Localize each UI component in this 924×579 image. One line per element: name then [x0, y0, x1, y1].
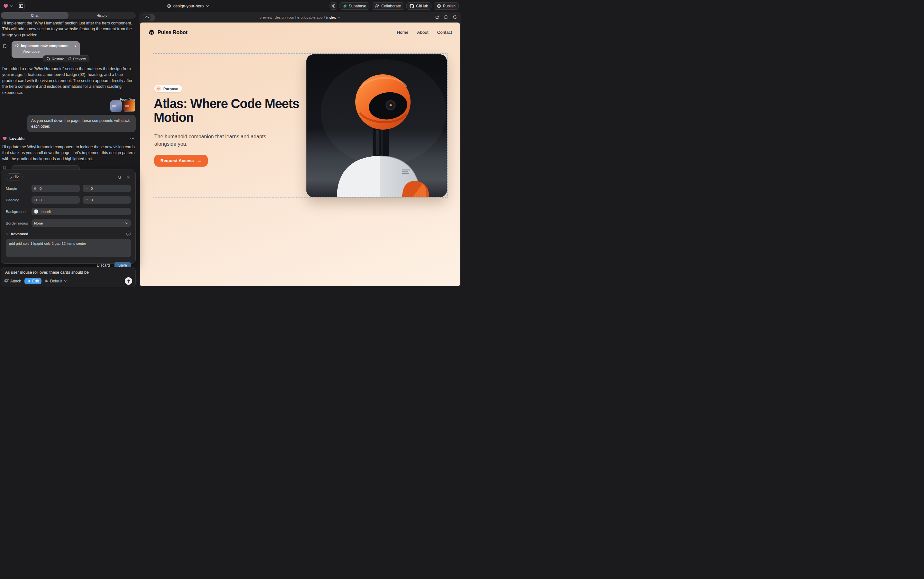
address-separator: /	[324, 15, 325, 19]
background-input[interactable]: Inherit	[31, 208, 131, 215]
selected-hero-section[interactable]: Purpose Atlas: Where Code Meets Motion T…	[153, 53, 447, 198]
preview-address[interactable]: preview--design-your-hero.lovable.app / …	[260, 12, 341, 23]
preview-page: index	[327, 15, 336, 19]
badge-label: Purpose	[163, 87, 178, 91]
chat-input[interactable]: As user mouse roll over, these cards sho…	[5, 270, 132, 275]
margin-horizontal-icon	[34, 187, 37, 190]
assistant-name: Lovable	[9, 136, 128, 141]
arrow-right-icon: →	[197, 158, 202, 164]
chevron-right-icon	[75, 44, 77, 47]
lovable-logo-icon[interactable]	[3, 3, 8, 9]
assistant-message-3: I'll update the WhyHumanoid component to…	[2, 144, 135, 162]
padding-vertical-input[interactable]: 0	[83, 196, 131, 204]
mobile-view-icon[interactable]	[444, 15, 447, 19]
component-card-title: Implement new component	[21, 44, 72, 47]
attach-button[interactable]: Attach	[5, 279, 21, 283]
settings-button[interactable]	[330, 2, 337, 10]
margin-horizontal-input[interactable]: 0	[31, 185, 80, 192]
nav-home[interactable]: Home	[397, 30, 408, 35]
send-button[interactable]	[125, 277, 132, 285]
publish-globe-icon	[437, 4, 441, 8]
sidebar-panel-icon	[19, 4, 23, 8]
supabase-label: Supabase	[349, 4, 366, 8]
project-switcher[interactable]: design-your-hero	[167, 0, 209, 12]
user-message: As you scroll down the page, these compo…	[27, 115, 135, 132]
pulse-icon	[156, 86, 161, 92]
refresh-icon[interactable]	[453, 15, 457, 19]
help-icon[interactable]: ?	[126, 232, 131, 236]
more-options-icon[interactable]	[130, 138, 134, 139]
assistant-message-2: I've added a new "Why Humanoid" section …	[2, 66, 135, 95]
background-value: Inherit	[41, 210, 51, 214]
advanced-section-header[interactable]: Advanced ?	[6, 232, 131, 236]
tab-history[interactable]: History	[69, 12, 136, 19]
component-card-partial[interactable]	[11, 165, 80, 170]
delete-element-button[interactable]	[117, 174, 122, 180]
chat-history-tabs: Chat History	[1, 12, 135, 19]
margin-horizontal-value: 0	[39, 186, 41, 190]
padding-horizontal-input[interactable]: 0	[31, 196, 80, 204]
site-nav: Home About Contact	[397, 30, 452, 35]
nav-about[interactable]: About	[417, 30, 428, 35]
attachment-thumbnail-orange[interactable]	[124, 100, 135, 112]
nav-contact[interactable]: Contact	[437, 30, 452, 35]
close-inspector-button[interactable]	[126, 175, 131, 180]
chevron-down-icon	[126, 222, 128, 224]
edit-mode-button[interactable]: Edit	[24, 278, 41, 285]
tab-chat[interactable]: Chat	[1, 12, 69, 19]
custom-classes-input[interactable]: grid grid-cols-1 lg:grid-cols-2 gap-12 i…	[6, 239, 131, 257]
code-icon	[15, 44, 19, 47]
mode-label: Default	[50, 279, 62, 283]
margin-vertical-input[interactable]: 0	[83, 185, 131, 192]
border-radius-value: None	[34, 221, 43, 225]
assistant-message-1: I'll implement the "Why Humanoid" sectio…	[2, 20, 135, 38]
site-preview: Pulse Robot Home About Contact Purpose A…	[140, 23, 460, 286]
model-mode-button[interactable]: Default	[45, 279, 67, 283]
preview-label: Preview	[73, 57, 86, 61]
supabase-button[interactable]: Supabase	[340, 2, 369, 10]
collaborate-label: Collaborate	[381, 4, 401, 8]
bookmark-icon[interactable]	[3, 44, 7, 48]
margin-vertical-value: 0	[91, 186, 93, 190]
arrow-up-icon	[127, 279, 130, 283]
resize-handle[interactable]	[127, 255, 129, 257]
chevron-down-icon	[64, 280, 67, 282]
version-actions: Restore Preview	[43, 55, 90, 62]
hero-heading: Atlas: Where Code Meets Motion	[153, 97, 302, 124]
element-outline-icon	[9, 176, 11, 178]
chevron-down-icon	[206, 5, 209, 7]
collaborate-button[interactable]: Collaborate	[372, 2, 404, 10]
preview-panel: preview--design-your-hero.lovable.app / …	[139, 12, 461, 287]
edit-label: Edit	[32, 279, 39, 283]
github-button[interactable]: GitHub	[406, 2, 431, 10]
padding-label: Padding	[6, 198, 31, 202]
restore-button[interactable]: Restore	[47, 57, 64, 61]
preview-domain: preview--design-your-hero.lovable.app	[260, 15, 322, 19]
restore-icon	[47, 57, 50, 61]
background-label: Background	[6, 210, 31, 214]
attachment-thumbnail-blue[interactable]	[110, 100, 122, 112]
margin-vertical-icon	[85, 187, 88, 190]
code-preview-toggle[interactable]	[143, 14, 155, 21]
publish-button[interactable]: Publish	[434, 2, 459, 10]
app-topbar: design-your-hero Supabase Collaborate	[0, 0, 462, 12]
close-icon	[127, 175, 130, 179]
selected-element-chip[interactable]: div	[6, 173, 23, 180]
assistant-header: Lovable	[2, 136, 134, 141]
border-radius-select[interactable]: None	[31, 219, 131, 227]
toggle-sidebar-button[interactable]	[17, 2, 25, 10]
view-code-link[interactable]: View code	[23, 49, 77, 53]
transparency-swatch-icon	[34, 209, 38, 214]
hero-subtitle: The humanoid companion that learns and a…	[154, 133, 276, 148]
brand-name: Pulse Robot	[158, 29, 188, 35]
preview-button[interactable]: Preview	[68, 57, 86, 61]
bookmark-icon[interactable]	[3, 166, 6, 170]
attach-image-icon	[5, 279, 9, 283]
chevron-down-icon[interactable]	[10, 5, 13, 7]
publish-label: Publish	[443, 4, 455, 8]
preview-toolbar: preview--design-your-hero.lovable.app / …	[139, 12, 461, 23]
project-name: design-your-hero	[173, 4, 204, 8]
request-access-button[interactable]: Request Access →	[154, 155, 208, 167]
site-logo[interactable]: Pulse Robot	[148, 29, 188, 36]
open-in-new-tab-icon[interactable]	[435, 15, 439, 19]
